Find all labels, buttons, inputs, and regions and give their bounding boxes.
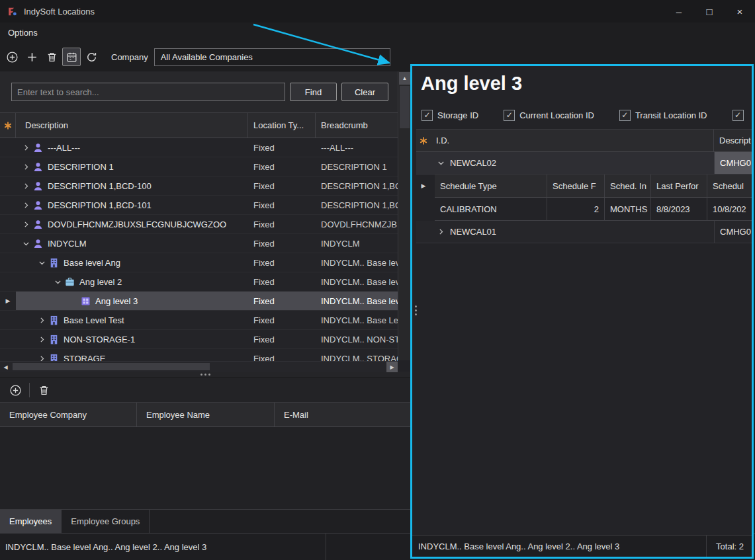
column-header-description[interactable]: Descript: [714, 130, 752, 151]
column-header-last-performed[interactable]: Last Perfor: [651, 175, 707, 197]
row-focus-arrow-icon: ▶: [422, 182, 426, 221]
tab-employee-groups[interactable]: Employee Groups: [62, 510, 150, 533]
column-header-breadcrumb[interactable]: Breadcrumb: [316, 113, 398, 138]
column-header-schedule-frequency[interactable]: Schedule F: [547, 175, 605, 197]
scrollbar-track[interactable]: [11, 362, 386, 372]
checkbox-label: Current Location ID: [519, 110, 594, 120]
collapse-icon[interactable]: [435, 158, 447, 169]
tree-row[interactable]: INDYCLMFixedINDYCLM: [0, 234, 398, 253]
grid-row-newcal01[interactable]: NEWCAL01 CMHG0: [416, 221, 752, 243]
column-header-scheduled[interactable]: Schedul: [707, 175, 752, 197]
add-location-circle-button[interactable]: [3, 48, 21, 66]
refresh-button[interactable]: [82, 48, 101, 66]
expand-icon[interactable]: [36, 353, 48, 361]
location-breadcrumb: INDYCLM.. Base Le: [316, 311, 398, 329]
tree-row[interactable]: ▶Ang level 3FixedINDYCLM.. Base lev: [0, 292, 398, 311]
id-checkbox-row: ✓Storage ID✓Current Location ID✓Transit …: [422, 107, 750, 123]
column-header-location-type[interactable]: Location Ty...: [248, 113, 316, 138]
add-employee-button[interactable]: [6, 381, 24, 399]
scrollbar-thumb[interactable]: [13, 363, 210, 370]
tree-row[interactable]: DOVDLFHCNMZJBUXSLFCGNUBJCWGZOOFixedDOVDL…: [0, 215, 398, 234]
column-header-employee-name[interactable]: Employee Name: [137, 403, 275, 426]
checkbox-label: Storage ID: [437, 110, 478, 120]
checkbox-box-icon[interactable]: ✓: [619, 110, 631, 121]
location-description: Ang level 3: [95, 296, 138, 306]
window-controls: – □ ×: [664, 0, 755, 22]
detail-status-breadcrumb: INDYCLM.. Base level Ang.. Ang level 2..…: [418, 541, 619, 551]
expand-icon[interactable]: [435, 227, 447, 237]
tree-row[interactable]: STORAGEFixedINDYCLM.. STORAG: [0, 349, 398, 361]
row-indicator: [416, 152, 431, 174]
expand-icon[interactable]: [20, 142, 32, 153]
scroll-right-button[interactable]: ▶: [386, 362, 398, 372]
tree-row[interactable]: Ang level 2FixedINDYCLM.. Base lev: [0, 272, 398, 292]
column-header-sched-interval[interactable]: Sched. In: [605, 175, 651, 197]
tree-row[interactable]: ---ALL---Fixed---ALL---: [0, 138, 398, 157]
menu-options[interactable]: Options: [3, 25, 43, 40]
checkbox-box-icon[interactable]: ✓: [504, 110, 515, 121]
building-icon: [48, 334, 60, 345]
employee-grid-body[interactable]: [0, 427, 411, 509]
calendar-icon: [66, 51, 78, 63]
expand-icon[interactable]: [20, 219, 32, 229]
panel-splitter-horizontal[interactable]: [0, 372, 411, 377]
total-count: Total: 2: [706, 536, 752, 557]
description-cell[interactable]: CMHG0: [714, 152, 752, 174]
close-button[interactable]: ×: [725, 0, 755, 22]
location-description: NON-STORAGE-1: [64, 335, 135, 344]
column-header-description[interactable]: Description: [16, 113, 248, 138]
scroll-up-button[interactable]: ▲: [399, 72, 410, 85]
expand-icon[interactable]: [20, 200, 32, 210]
schedule-row[interactable]: CALIBRATION 2 MONTHS 8/8/2023 10/8/202: [435, 198, 752, 220]
maximize-button[interactable]: □: [694, 0, 725, 22]
collapse-icon[interactable]: [52, 276, 64, 287]
id-value: NEWCAL01: [450, 227, 496, 237]
vertical-scrollbar[interactable]: ▲: [398, 71, 411, 360]
find-button[interactable]: Find: [290, 83, 337, 101]
column-header-employee-company[interactable]: Employee Company: [0, 403, 137, 426]
detail-status-bar: INDYCLM.. Base level Ang.. Ang level 2..…: [412, 535, 752, 557]
sched-interval-cell: MONTHS: [605, 198, 651, 220]
add-location-button[interactable]: [22, 48, 41, 66]
tree-row[interactable]: NON-STORAGE-1FixedINDYCLM.. NON-ST: [0, 330, 398, 349]
column-header-id[interactable]: I.D.: [431, 130, 714, 151]
row-indicator: [0, 215, 16, 233]
description-cell[interactable]: CMHG0: [714, 221, 752, 243]
grid-row-newcal02[interactable]: NEWCAL02 CMHG0: [416, 152, 752, 175]
column-header-schedule-type[interactable]: Schedule Type: [435, 175, 547, 197]
expand-icon[interactable]: [36, 334, 48, 344]
tree-row[interactable]: Base Level TestFixedINDYCLM.. Base Le: [0, 311, 398, 330]
checkbox-storage-id[interactable]: ✓Storage ID: [422, 110, 478, 121]
expand-icon[interactable]: [20, 180, 32, 191]
tree-row[interactable]: DESCRIPTION 1,BCD-101FixedDESCRIPTION 1,…: [0, 196, 398, 215]
scroll-left-button[interactable]: ◀: [0, 362, 11, 372]
schedule-grid: Schedule Type Schedule F Sched. In Last …: [435, 175, 752, 221]
scrollbar-thumb[interactable]: [400, 86, 410, 128]
expand-icon[interactable]: [20, 161, 32, 172]
column-header-email[interactable]: E-Mail: [275, 403, 411, 426]
clear-button[interactable]: Clear: [341, 83, 388, 101]
search-input[interactable]: [11, 83, 285, 101]
scrollbar-corner: [398, 360, 411, 372]
panel-splitter-vertical[interactable]: [413, 305, 418, 315]
company-combo[interactable]: All Available Companies: [154, 48, 390, 66]
delete-employee-button[interactable]: [34, 381, 53, 399]
expand-icon[interactable]: [36, 315, 48, 325]
checkbox-box-icon[interactable]: ✓: [422, 110, 433, 121]
delete-icon: [46, 51, 58, 63]
collapse-icon[interactable]: [20, 238, 32, 249]
calendar-button[interactable]: [62, 48, 81, 66]
tree-row[interactable]: DESCRIPTION 1,BCD-100FixedDESCRIPTION 1,…: [0, 177, 398, 196]
tree-row[interactable]: Base level AngFixedINDYCLM.. Base lev: [0, 253, 398, 272]
delete-location-button[interactable]: [42, 48, 61, 66]
tab-employees[interactable]: Employees: [0, 510, 62, 533]
checkbox-extra[interactable]: ✓: [733, 110, 744, 121]
tree-row[interactable]: DESCRIPTION 1FixedDESCRIPTION 1: [0, 157, 398, 177]
checkbox-transit-location-id[interactable]: ✓Transit Location ID: [619, 110, 707, 121]
minimize-button[interactable]: –: [664, 0, 694, 22]
horizontal-scrollbar[interactable]: ◀ ▶: [0, 361, 398, 372]
detail-panel-title: Ang level 3: [421, 73, 522, 95]
collapse-icon[interactable]: [36, 257, 48, 268]
checkbox-current-location-id[interactable]: ✓Current Location ID: [504, 110, 594, 121]
checkbox-box-icon[interactable]: ✓: [733, 110, 744, 121]
